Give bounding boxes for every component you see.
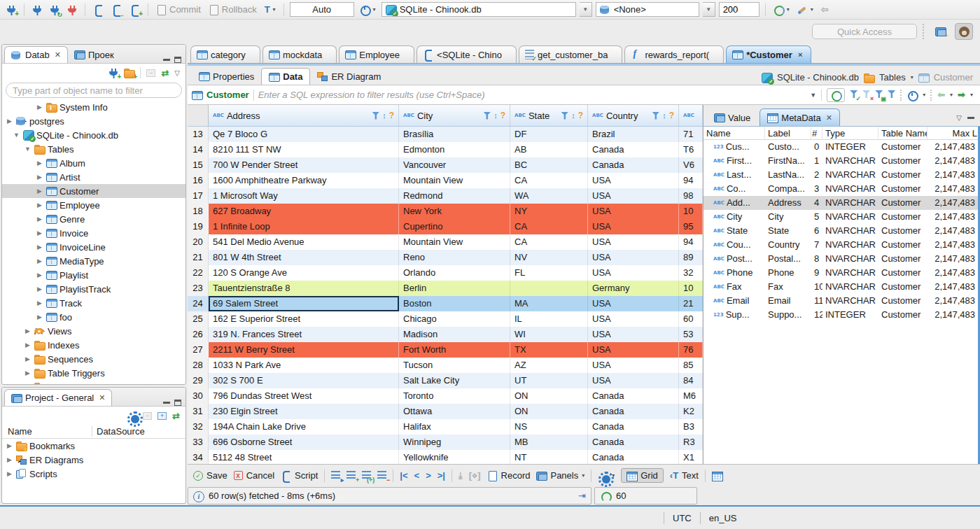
close-icon[interactable]: ✕ <box>826 113 832 122</box>
minimize-icon[interactable] <box>967 117 974 119</box>
disconnect-button[interactable] <box>65 3 79 16</box>
cell-address[interactable]: 700 W Pender Street <box>209 157 399 173</box>
cell-postalcode[interactable]: T6 <box>679 142 703 157</box>
editor-tab[interactable]: Employee <box>339 45 414 63</box>
cell-address[interactable]: Tauentzienstraße 8 <box>209 281 399 296</box>
cell-postalcode[interactable]: B3 <box>679 419 703 435</box>
column-header-address[interactable]: ABC Address ↕? <box>209 105 399 126</box>
filter-save-button[interactable]: ✓ <box>850 90 858 100</box>
table-row[interactable]: 19 1 Infinite Loop Cupertino CA USA 95 <box>188 219 703 234</box>
cell-state[interactable]: BC <box>510 157 588 173</box>
column-header-name[interactable]: Name <box>2 426 92 437</box>
cell-country[interactable]: Canada <box>588 435 679 450</box>
cell-city[interactable]: Tucson <box>399 358 510 373</box>
cell-city[interactable]: Yellowknife <box>399 450 510 464</box>
cell-address[interactable]: 696 Osborne Street <box>209 435 399 450</box>
tree-item[interactable]: ▶ ★ ER Diagrams <box>2 453 186 467</box>
cell-postalcode[interactable]: 94 <box>679 173 703 188</box>
editor-tab[interactable]: *Customer × <box>726 45 811 63</box>
apply-changes-icon[interactable]: ▸ <box>331 471 340 481</box>
table-row[interactable]: 29 302 S 700 E Salt Lake City UT USA 84 <box>188 373 703 388</box>
cell-postalcode[interactable]: 98 <box>679 188 703 204</box>
tree-item[interactable]: ▶ i★ postgres <box>2 114 186 128</box>
cell-city[interactable]: Fort Worth <box>399 342 510 358</box>
row-number[interactable]: 34 <box>188 450 209 464</box>
row-number[interactable]: 30 <box>188 388 209 404</box>
tree-item[interactable]: ▶ i★ Table Triggers <box>2 366 186 380</box>
expand-arrow-icon[interactable]: ▶ <box>24 383 31 384</box>
expand-arrow-icon[interactable]: ▼ <box>24 146 31 153</box>
chevron-down-icon[interactable]: ▾ <box>950 92 953 98</box>
column-header-label[interactable]: Label <box>765 127 811 139</box>
expand-arrow-icon[interactable]: ▶ <box>36 258 43 264</box>
cell-country[interactable]: USA <box>588 204 679 219</box>
cell-state[interactable]: WA <box>510 188 588 204</box>
row-number[interactable]: 20 <box>188 234 209 250</box>
tree-item[interactable]: ▶ i★ PlaylistTrack <box>2 282 186 296</box>
cell-city[interactable]: New York <box>399 204 510 219</box>
table-row[interactable]: 13 Qe 7 Bloco G Brasília DF Brazil 71 <box>188 127 703 142</box>
settings-button[interactable]: ▾ <box>598 471 615 481</box>
editor-tab[interactable]: rewards_report( <box>624 45 724 63</box>
cell-city[interactable]: Salt Lake City <box>399 373 510 388</box>
cell-state[interactable]: AB <box>510 142 588 157</box>
cell-postalcode[interactable]: 94 <box>679 234 703 250</box>
expand-arrow-icon[interactable]: ▶ <box>36 313 43 320</box>
row-number[interactable]: 28 <box>188 358 209 373</box>
tree-item[interactable]: ▶ ★ Bookmarks <box>2 439 186 453</box>
gear-icon[interactable] <box>127 411 137 421</box>
database-select[interactable]: <None> <box>596 2 699 17</box>
cell-postalcode[interactable]: R3 <box>679 435 703 450</box>
metadata-row[interactable]: 123Cus... Custo... 0 INTEGER Customer 2,… <box>704 140 978 154</box>
record-button[interactable]: Record <box>487 470 531 481</box>
row-number[interactable]: 23 <box>188 281 209 296</box>
duplicate-row-icon[interactable]: (+) <box>362 471 371 481</box>
close-icon[interactable]: × <box>798 50 802 59</box>
grid-view-button[interactable]: Grid <box>621 468 664 483</box>
sql-filter-input[interactable] <box>258 87 806 103</box>
cell-city[interactable]: Cupertino <box>399 219 510 234</box>
reconnect-button[interactable]: ↻ <box>48 3 62 16</box>
link-editor-icon[interactable]: ⇄ <box>172 411 180 421</box>
minimize-icon[interactable] <box>163 402 170 404</box>
chevron-down-icon[interactable]: ▾ <box>911 74 913 80</box>
cell-state[interactable]: UT <box>510 373 588 388</box>
row-number[interactable]: 13 <box>188 127 209 142</box>
tree-item[interactable]: ▼ i★ Tables <box>2 142 186 156</box>
database-dropdown-button[interactable]: ▼ <box>703 2 715 17</box>
sort-icon[interactable]: ↕ <box>662 111 666 120</box>
cell-country[interactable]: Canada <box>588 142 679 157</box>
cell-city[interactable]: Reno <box>399 250 510 265</box>
auto-refresh-button[interactable] <box>907 90 918 101</box>
link-editor-icon[interactable]: ⇄ <box>161 68 169 78</box>
cell-state[interactable]: NT <box>510 450 588 464</box>
filter-remove-button[interactable]: × <box>862 90 870 100</box>
cell-country[interactable]: USA <box>588 219 679 234</box>
cell-state[interactable]: CA <box>510 234 588 250</box>
row-number[interactable]: 25 <box>188 311 209 327</box>
row-number[interactable]: 22 <box>188 265 209 281</box>
expand-arrow-icon[interactable]: ▶ <box>24 369 31 376</box>
expand-arrow-icon[interactable]: ▶ <box>36 244 43 251</box>
table-row[interactable]: 25 162 E Superior Street Chicago IL USA … <box>188 311 703 327</box>
metadata-row[interactable]: 123Sup... Suppo... 12 INTEGER Customer 2… <box>704 308 978 322</box>
expand-arrow-icon[interactable]: ▶ <box>36 174 43 181</box>
expand-arrow-icon[interactable]: ▶ <box>36 160 43 167</box>
timezone-label[interactable]: UTC <box>673 513 692 523</box>
cell-postalcode[interactable]: 32 <box>679 265 703 281</box>
txn-log-button[interactable]: ▾ <box>358 3 378 16</box>
tree-item[interactable]: ▶ i★ Employee <box>2 198 186 212</box>
table-row[interactable]: 23 Tauentzienstraße 8 Berlin Germany 10 <box>188 281 703 296</box>
expand-arrow-icon[interactable]: ▶ <box>36 271 43 278</box>
rollback-button[interactable]: Rollback <box>206 3 259 16</box>
cell-address[interactable]: 5112 48 Street <box>209 450 399 464</box>
fetch-page-icon[interactable]: ⤓ <box>458 470 463 481</box>
cell-address[interactable]: 2211 W Berry Street <box>209 342 399 358</box>
tab-database-navigator[interactable]: Datab ✕ <box>4 46 68 63</box>
expand-arrow-icon[interactable]: ▶ <box>36 285 43 292</box>
cell-country[interactable]: USA <box>588 373 679 388</box>
cell-address[interactable]: 1 Microsoft Way <box>209 188 399 204</box>
sql-editor-button[interactable] <box>91 3 106 16</box>
expand-arrow-icon[interactable]: ▶ <box>6 456 13 463</box>
tree-item[interactable]: ▶ i★ Sequences <box>2 352 186 366</box>
